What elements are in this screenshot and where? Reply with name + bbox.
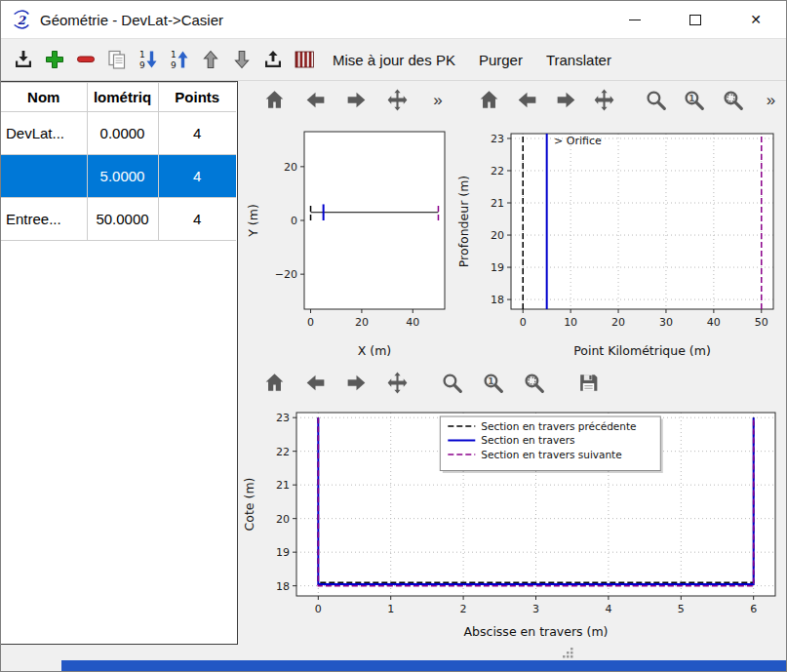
minimize-icon (629, 20, 641, 20)
plot-area (304, 132, 445, 309)
plan-nav-pan-button[interactable] (380, 84, 413, 115)
x-tick-label: 3 (532, 603, 539, 615)
profile-chart[interactable]: 01020304050181920212223Point Kilométriqu… (454, 118, 786, 364)
toolbar-duplicate-button[interactable] (103, 44, 133, 75)
profile-nav-zoom-button[interactable] (641, 84, 671, 115)
toolbar-remove-button[interactable] (72, 44, 101, 75)
zoom-icon (644, 88, 668, 112)
move-up-icon (199, 48, 222, 71)
cell-nom[interactable]: Entree... (1, 198, 87, 241)
duplicate-icon (105, 48, 129, 71)
cell-nom[interactable] (1, 155, 87, 198)
section-nav-zoom-region-button[interactable] (517, 367, 550, 398)
legend-label: Section en travers précédente (481, 420, 636, 432)
plot-area (511, 134, 773, 309)
toolbar-export-button[interactable] (259, 44, 289, 75)
y-tick-label: 19 (276, 546, 290, 559)
svg-text:1: 1 (139, 50, 145, 59)
table-row[interactable]: Entree...50.00004 (1, 198, 236, 241)
x-tick-label: 0 (315, 603, 322, 615)
section-nav-home-button[interactable] (257, 367, 291, 398)
toolbar-import-button[interactable] (10, 44, 39, 75)
column-header-points[interactable]: Points (158, 83, 236, 112)
svg-text:1: 1 (689, 93, 695, 102)
section-nav-pan-button[interactable] (380, 367, 413, 398)
sort-desc-icon: 19 (137, 48, 160, 71)
profile-nav-home-button[interactable] (474, 84, 504, 115)
home-icon (477, 88, 501, 112)
sort-asc-icon: 19 (168, 48, 191, 71)
plan-nav-overflow-button[interactable]: » (421, 84, 454, 115)
y-tick-label: 19 (491, 261, 504, 274)
section-nav-zoom-button[interactable] (435, 367, 468, 398)
y-tick-label: 22 (491, 165, 504, 178)
cross-section-chart[interactable]: 0123456181920212223Abscisse en travers (… (238, 401, 786, 645)
y-tick-label: 21 (491, 197, 504, 210)
toolbar-purge-button[interactable]: Purger (467, 46, 534, 74)
size-grip[interactable] (563, 646, 574, 663)
zoom-region-icon (522, 371, 546, 395)
plan-nav-home-button[interactable] (257, 84, 291, 115)
toolbar-sort-desc-button[interactable]: 19 (135, 44, 164, 75)
table-row[interactable]: 5.00004 (1, 155, 236, 198)
y-tick-label: 23 (276, 412, 290, 424)
section-nav-back-button[interactable] (298, 367, 332, 398)
taskbar-strip (61, 660, 786, 672)
plan-view-chart[interactable]: 02040−20020X (m)Y (m) (238, 118, 454, 364)
plan-view-nav-toolbar: » (238, 81, 454, 118)
table-row[interactable]: DevLat...0.00004 (1, 112, 236, 155)
plan-nav-forward-button[interactable] (339, 84, 373, 115)
cell-points[interactable]: 4 (158, 198, 236, 241)
cell-points[interactable]: 4 (158, 112, 236, 155)
annotation: > Orifice (554, 135, 602, 147)
sections-table: NomlométriqPointsDevLat...0.000045.00004… (1, 82, 236, 241)
profile-nav-pan-button[interactable] (589, 84, 619, 115)
app-window: 2 Géométrie - DevLat->Casier ✕ 1919Mise … (0, 0, 787, 672)
zoom-one-icon: 1 (481, 371, 505, 395)
toolbar-translate-button[interactable]: Translater (534, 46, 623, 74)
import-icon (12, 48, 35, 71)
cell-nom[interactable]: DevLat... (1, 112, 87, 155)
bottom-strip-left (1, 660, 61, 672)
x-tick-label: 40 (707, 316, 721, 329)
profile-nav-back-button[interactable] (512, 84, 542, 115)
zoom-icon (440, 371, 464, 395)
toolbar-update-pk-button[interactable]: Mise à jour des PK (321, 46, 467, 74)
profile-nav-zoom-region-button[interactable] (718, 84, 748, 115)
home-icon (262, 88, 287, 112)
x-tick-label: 20 (611, 316, 625, 329)
toolbar-move-up-button[interactable] (197, 44, 226, 75)
section-nav-save-button[interactable] (571, 367, 605, 398)
profile-nav-zoom-one-button[interactable]: 1 (679, 84, 709, 115)
window-title: Géométrie - DevLat->Casier (40, 12, 223, 28)
toolbar-sort-asc-button[interactable]: 19 (166, 44, 195, 75)
cell-points[interactable]: 4 (158, 155, 236, 198)
forward-icon (344, 88, 369, 112)
y-tick-label: 20 (284, 161, 297, 174)
column-header-nom[interactable]: Nom (1, 83, 87, 112)
y-tick-label: 21 (276, 479, 290, 492)
profile-nav-overflow-button[interactable]: » (756, 84, 786, 115)
toolbar-move-down-button[interactable] (228, 44, 257, 75)
home-icon (262, 371, 287, 395)
column-header-pk[interactable]: lométriq (87, 83, 158, 112)
section-nav-forward-button[interactable] (339, 367, 373, 398)
toolbar-pk-scale-button[interactable] (291, 44, 320, 75)
plan-nav-back-button[interactable] (298, 84, 332, 115)
zoom-region-icon (721, 88, 745, 112)
cell-pk[interactable]: 0.0000 (87, 112, 158, 155)
cell-pk[interactable]: 5.0000 (87, 155, 158, 198)
sections-table-panel: NomlométriqPointsDevLat...0.000045.00004… (1, 81, 238, 645)
section-nav-zoom-one-button[interactable]: 1 (476, 367, 509, 398)
overflow-icon: » (433, 92, 442, 108)
maximize-button[interactable] (665, 1, 726, 38)
pan-icon (385, 371, 410, 395)
x-axis-label: X (m) (358, 343, 391, 358)
toolbar-add-button[interactable] (41, 44, 70, 75)
profile-nav-forward-button[interactable] (551, 84, 581, 115)
minimize-button[interactable] (605, 1, 665, 38)
title-bar[interactable]: 2 Géométrie - DevLat->Casier ✕ (1, 1, 786, 38)
close-button[interactable]: ✕ (726, 1, 786, 38)
x-axis-label: Point Kilométrique (m) (573, 343, 711, 358)
cell-pk[interactable]: 50.0000 (87, 198, 158, 241)
